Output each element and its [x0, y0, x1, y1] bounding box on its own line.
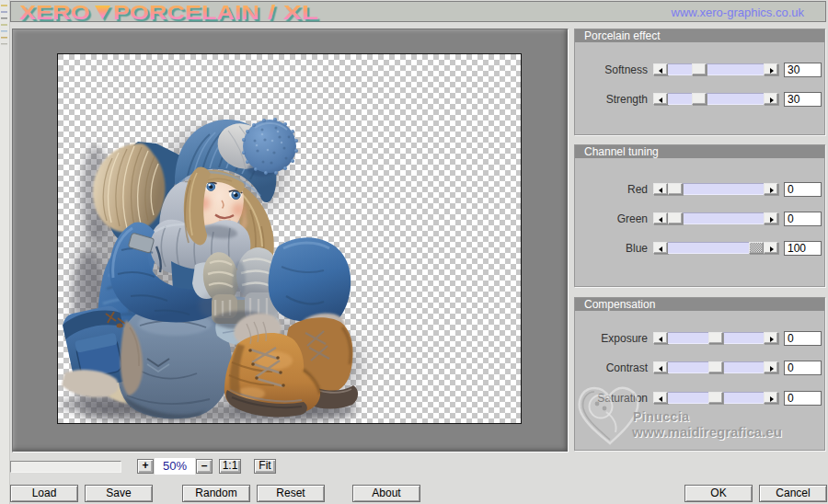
svg-text:/ XL: / XL — [268, 1, 318, 22]
svg-text:PORCELAIN: PORCELAIN — [113, 1, 259, 22]
svg-text:XERO: XERO — [19, 1, 90, 22]
